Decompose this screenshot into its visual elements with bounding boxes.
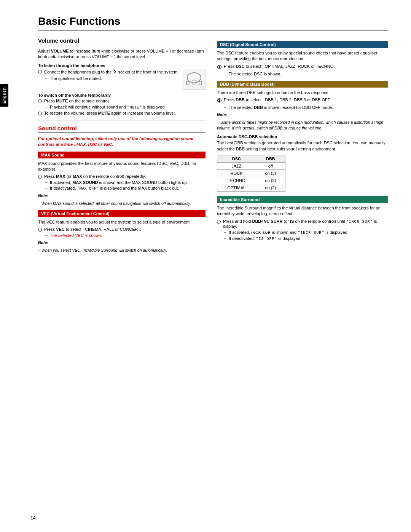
- vec-intro: The VEC feature enables you to adjust th…: [38, 219, 206, 225]
- table-row: JAZZ off: [217, 163, 285, 170]
- volume-intro: Adjust VOLUME to increase (turn knob clo…: [38, 48, 206, 60]
- incredible-bullet: Press and hold DBB·INC SURR (or IS on th…: [217, 219, 388, 228]
- dsc-intro: The DSC feature enables you to enjoy spe…: [217, 50, 388, 62]
- dbb-arrow: → The selected DBB is shown, except for …: [223, 105, 388, 110]
- svg-rect-1: [186, 81, 189, 85]
- sound-control-section: Sound control For optimal sound listenin…: [38, 125, 206, 253]
- dbb-table-header-row: DSC DBB: [217, 155, 285, 163]
- table-cell-dsc-1: JAZZ: [217, 163, 256, 170]
- dbb-num: ①: [217, 97, 221, 104]
- page-title: Basic Functions: [38, 15, 388, 30]
- mute-bullet2: To restore the volume, press MUTE again …: [38, 111, 206, 115]
- volume-control-section: Volume control Adjust VOLUME to increase…: [38, 37, 206, 115]
- incredible-surround-bar: Incredible Surround: [217, 196, 388, 203]
- bullet-circle-5: [38, 228, 42, 232]
- table-cell-dbb-3: on (3): [256, 177, 285, 184]
- two-column-layout: Volume control Adjust VOLUME to increase…: [38, 37, 388, 255]
- dbb-intro: There are three DBB settings to enhance …: [217, 90, 388, 96]
- table-col-dsc: DSC: [217, 155, 256, 163]
- max-sound-bar: MAX Sound: [38, 152, 206, 158]
- dsc-dbb-table: DSC DBB JAZZ off ROCK on (3): [217, 155, 285, 192]
- table-col-dbb: DBB: [256, 155, 285, 163]
- table-cell-dsc-3: TECHNO: [217, 177, 256, 184]
- bullet-circle: [38, 70, 42, 73]
- headphone-bullet: Connect the headphones plug to the ⚱ soc…: [38, 69, 179, 75]
- incredible-arrow1: → If activated, INCR SUR is shown and "I…: [223, 230, 388, 235]
- table-row: ROCK on (3): [217, 170, 285, 177]
- table-cell-dbb-2: on (3): [256, 170, 285, 177]
- incredible-intro: The Incredible Surround magnifies the vi…: [217, 205, 388, 217]
- dsc-bar: DSC (Digital Sound Control): [217, 41, 388, 48]
- auto-dsc-intro: The best DBB setting is generated automa…: [217, 140, 388, 152]
- table-cell-dsc-4: OPTIMAL: [217, 184, 256, 192]
- max-intro: MAX sound provides the best mixture of v…: [38, 161, 206, 173]
- english-label: English: [2, 87, 6, 103]
- switch-off-heading: To switch off the volume temporarily: [38, 93, 206, 97]
- mute-arrow1: → Playback will continue without sound a…: [44, 105, 206, 110]
- table-row: OPTIMAL on (2): [217, 184, 285, 192]
- dsc-num: ①: [217, 64, 221, 70]
- dsc-bullet: ① Press DSC to select : OPTIMAL, JAZZ, R…: [217, 64, 388, 70]
- separator-1: [38, 120, 206, 120]
- max-bullet: Press MAX (or MAX on the remote control)…: [38, 174, 206, 179]
- headphone-text: Connect the headphones plug to the ⚱ soc…: [38, 69, 179, 82]
- headphone-arrow: → The speakers will be muted.: [44, 76, 179, 81]
- auto-dsc-section: Automatic DSC-DBB selection The best DBB…: [217, 134, 388, 192]
- max-arrow1: → If activated, MAX SOUND is shown and t…: [44, 180, 206, 185]
- page: English Basic Functions Volume control A…: [0, 0, 411, 532]
- dbb-bullet: ① Press DBB to select : DBB 1, DBB 2, DB…: [217, 97, 388, 104]
- table-cell-dbb-4: on (2): [256, 184, 285, 192]
- right-column: DSC (Digital Sound Control) The DSC feat…: [217, 37, 388, 255]
- dbb-note: Note: – Some discs or tapes might be rec…: [217, 112, 388, 131]
- dbb-table-body: JAZZ off ROCK on (3) TECHNO on (3) OPT: [217, 163, 285, 192]
- bullet-circle-2: [38, 99, 42, 103]
- headphone-row: Connect the headphones plug to the ⚱ soc…: [38, 69, 206, 90]
- table-cell-dbb-1: off: [256, 163, 285, 170]
- english-tab: English: [0, 84, 8, 107]
- volume-control-title: Volume control: [38, 37, 206, 45]
- vec-bar: VEC (Virtual Environment Control): [38, 210, 206, 217]
- incredible-arrow2: → If deactivated, "IS OFF" is displayed.: [223, 236, 388, 241]
- left-column: Volume control Adjust VOLUME to increase…: [38, 37, 206, 255]
- headphone-svg: [185, 71, 204, 88]
- vec-bullet: Press VEC to select : CINEMA, HALL or CO…: [38, 227, 206, 232]
- auto-dsc-heading: Automatic DSC-DBB selection: [217, 134, 388, 139]
- bullet-circle-3: [38, 112, 42, 115]
- svg-point-0: [187, 73, 201, 83]
- sound-italic-intro: For optimal sound listening, select only…: [38, 136, 206, 148]
- max-note: Note: – When MAX sound is selected, all …: [38, 193, 206, 206]
- page-number: 14: [30, 515, 35, 521]
- vec-note: Note: – When you select VEC, Incredible …: [38, 240, 206, 253]
- svg-rect-2: [199, 81, 202, 85]
- sound-control-title: Sound control: [38, 125, 206, 133]
- bullet-circle-6: [217, 220, 221, 224]
- table-cell-dsc-2: ROCK: [217, 170, 256, 177]
- dbb-bar: DBB (Dynamic Bass Boost): [217, 81, 388, 88]
- svg-point-4: [193, 81, 195, 83]
- headphone-image: [183, 69, 206, 90]
- mute-bullet: Press MUTE on the remote control.: [38, 99, 206, 103]
- bullet-circle-4: [38, 175, 42, 179]
- table-row: TECHNO on (3): [217, 177, 285, 184]
- max-arrow2: → If deactivated, 'MAX OFF' is displayed…: [44, 186, 206, 191]
- dbb-table-head: DSC DBB: [217, 155, 285, 163]
- headphones-heading: To listen through the headphones: [38, 63, 206, 68]
- dsc-arrow: → The selected DSC is shown.: [223, 72, 388, 76]
- vec-arrow: → The selected VEC is shown.: [44, 233, 206, 238]
